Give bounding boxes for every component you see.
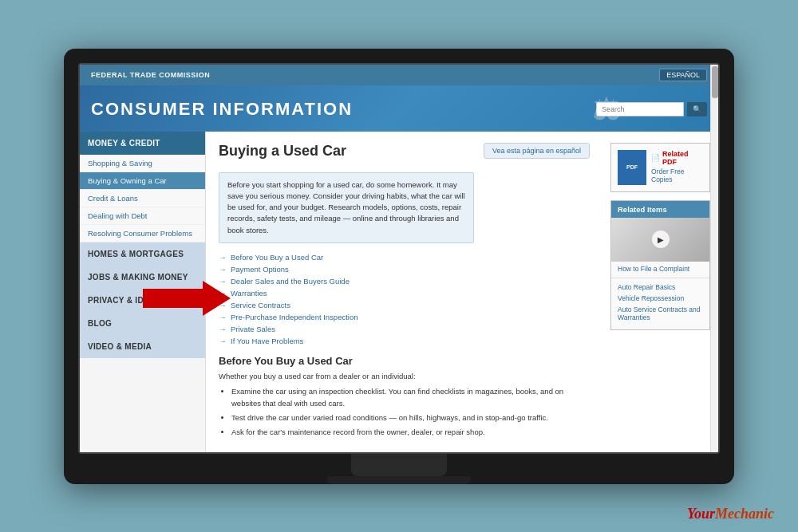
toc-item-3[interactable]: → Warranties <box>219 289 590 298</box>
sidebar-section-header-video[interactable]: VIDEO & MEDIA <box>80 335 205 358</box>
related-items-box: Related Items ▶ How to File a Complaint … <box>610 200 710 330</box>
toc-item-6[interactable]: → Private Sales <box>219 325 590 333</box>
sidebar-section-homes: HOMES & MORTGAGES <box>80 242 205 266</box>
arrow-icon-2: → <box>219 277 227 286</box>
toc-item-7[interactable]: → If You Have Problems <box>219 337 590 345</box>
toc-item-5[interactable]: → Pre-Purchase Independent Inspection <box>219 313 590 321</box>
related-links: Auto Repair Basics Vehicle Repossession … <box>611 278 709 329</box>
bullet-0: Examine the car using an inspection chec… <box>231 385 590 409</box>
video-play-button[interactable]: ▶ <box>652 231 670 248</box>
sidebar-section-blog: BLOG <box>80 312 205 335</box>
sidebar-section-money-credit: MONEY & CREDIT Shopping & Saving Buying … <box>80 132 205 242</box>
sidebar-item-shopping-saving[interactable]: Shopping & Saving <box>80 155 205 172</box>
bullet-1: Test drive the car under varied road con… <box>231 412 590 424</box>
pdf-label: 📄 Related PDF <box>651 150 703 166</box>
monitor-stand <box>351 454 447 476</box>
related-link-0[interactable]: Auto Repair Basics <box>618 283 703 291</box>
toc-label-2: Dealer Sales and the Buyers Guide <box>231 277 350 286</box>
search-button[interactable]: 🔍 <box>687 102 707 116</box>
toc-item-1[interactable]: → Payment Options <box>219 265 590 274</box>
right-sidebar: PDF 📄 Related PDF Order Free Copies Rela… <box>602 132 718 452</box>
arrow-icon-6: → <box>219 325 227 333</box>
scrollbar-thumb[interactable] <box>712 66 718 98</box>
pdf-label-text: Related PDF <box>662 150 703 166</box>
toc-item-4[interactable]: → Service Contracts <box>219 301 590 309</box>
sidebar-section-header-jobs[interactable]: JOBS & MAKING MONEY <box>80 266 205 289</box>
section1-title: Before You Buy a Used Car <box>219 355 590 367</box>
intro-box: Before you start shopping for a used car… <box>219 172 474 243</box>
monitor-screen: FEDERAL TRADE COMMISSION ESPAÑOL CONSUME… <box>78 63 720 454</box>
toc-label-6: Private Sales <box>231 325 275 333</box>
toc-label-3: Warranties <box>231 289 267 298</box>
arrow-icon-4: → <box>219 301 227 309</box>
sidebar-section-header-blog[interactable]: BLOG <box>80 312 205 335</box>
espanol-button[interactable]: ESPAÑOL <box>659 69 707 81</box>
pdf-box: PDF 📄 Related PDF Order Free Copies <box>610 143 710 192</box>
related-link-1[interactable]: Vehicle Repossession <box>618 294 703 302</box>
monitor-base <box>327 476 471 484</box>
section1-bullets: Examine the car using an inspection chec… <box>219 385 590 439</box>
toc-item-0[interactable]: → Before You Buy a Used Car <box>219 253 590 262</box>
arrow-icon-7: → <box>219 337 227 345</box>
arrow-icon-5: → <box>219 313 227 321</box>
website: FEDERAL TRADE COMMISSION ESPAÑOL CONSUME… <box>80 65 718 452</box>
bullet-2: Ask for the car's maintenance record fro… <box>231 426 590 438</box>
watermark: YourMechanic <box>687 506 774 522</box>
site-header: CONSUMER INFORMATION ⚖ 🔍 <box>80 85 718 132</box>
sidebar-section-header-privacy[interactable]: PRIVACY & IDENTITY <box>80 289 205 312</box>
site-title: CONSUMER INFORMATION <box>91 99 353 120</box>
toc-label-5: Pre-Purchase Independent Inspection <box>231 313 358 321</box>
toc-wrapper: → Before You Buy a Used Car → Payment Op… <box>219 253 590 345</box>
sidebar-item-resolving-problems[interactable]: Resolving Consumer Problems <box>80 225 205 242</box>
toc-label-1: Payment Options <box>231 265 289 274</box>
sidebar-section-header-money-credit[interactable]: MONEY & CREDIT <box>80 132 205 155</box>
sidebar-item-buying-car[interactable]: Buying & Owning a Car <box>80 172 205 190</box>
arrow-icon-0: → <box>219 253 227 262</box>
toc-label-7: If You Have Problems <box>231 337 303 345</box>
sidebar: MONEY & CREDIT Shopping & Saving Buying … <box>80 132 206 452</box>
arrow-icon-3: → <box>219 289 227 298</box>
watermark-plain: Your <box>687 506 715 522</box>
pdf-text: 📄 Related PDF Order Free Copies <box>651 150 703 183</box>
toc-item-2[interactable]: → Dealer Sales and the Buyers Guide <box>219 277 590 286</box>
toc-label-4: Service Contracts <box>231 301 290 309</box>
top-bar: FEDERAL TRADE COMMISSION ESPAÑOL <box>80 65 718 85</box>
scales-icon: ⚖ <box>592 90 621 127</box>
related-items-title: Related Items <box>611 201 709 218</box>
scales-logo-area: ⚖ <box>575 85 638 132</box>
sidebar-section-video: VIDEO & MEDIA <box>80 335 205 358</box>
translate-bar[interactable]: Vea esta página en español <box>484 143 590 159</box>
content-area: Vea esta página en español Buying a Used… <box>206 132 602 452</box>
main-layout: MONEY & CREDIT Shopping & Saving Buying … <box>80 132 718 452</box>
sidebar-section-jobs: JOBS & MAKING MONEY <box>80 266 205 289</box>
monitor-shell: FEDERAL TRADE COMMISSION ESPAÑOL CONSUME… <box>64 49 734 484</box>
toc-label-0: Before You Buy a Used Car <box>231 253 323 262</box>
video-thumbnail[interactable]: ▶ <box>611 218 709 262</box>
video-caption[interactable]: How to File a Complaint <box>611 262 709 278</box>
ftc-title: FEDERAL TRADE COMMISSION <box>91 71 210 79</box>
order-copies-link[interactable]: Order Free Copies <box>651 167 703 183</box>
pdf-icon-symbol: 📄 <box>651 154 660 162</box>
sidebar-section-header-homes[interactable]: HOMES & MORTGAGES <box>80 242 205 266</box>
watermark-highlight: Mechanic <box>715 506 774 522</box>
sidebar-item-dealing-debt[interactable]: Dealing with Debt <box>80 207 205 225</box>
section1-intro: Whether you buy a used car from a dealer… <box>219 372 590 380</box>
sidebar-item-credit-loans[interactable]: Credit & Loans <box>80 190 205 207</box>
title-row: Vea esta página en español Buying a Used… <box>219 143 590 167</box>
sidebar-items-money-credit: Shopping & Saving Buying & Owning a Car … <box>80 155 205 242</box>
related-link-2[interactable]: Auto Service Contracts and Warranties <box>618 305 703 321</box>
arrow-icon-1: → <box>219 265 227 274</box>
toc-list: → Before You Buy a Used Car → Payment Op… <box>219 253 590 345</box>
pdf-icon: PDF <box>618 150 646 185</box>
sidebar-section-privacy: PRIVACY & IDENTITY <box>80 289 205 312</box>
scrollbar[interactable] <box>710 65 718 452</box>
